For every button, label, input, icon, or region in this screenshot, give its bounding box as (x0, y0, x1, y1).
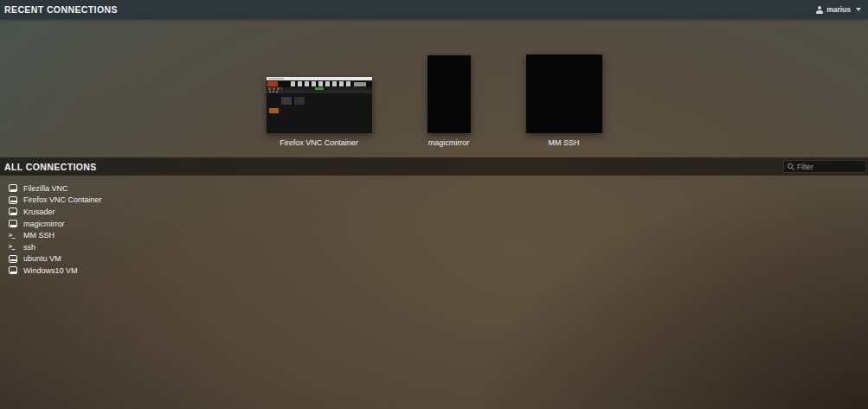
connection-name: Filezilla VNC (23, 184, 68, 193)
connection-list-item[interactable]: magicmirror (0, 218, 868, 230)
black-thumbnail (526, 54, 602, 133)
connection-name: MM SSH (23, 231, 55, 240)
recent-connection-label: magicmirror (428, 138, 470, 147)
recent-connection[interactable]: Firefox VNC Container (267, 77, 372, 147)
recent-connection-label: MM SSH (549, 138, 580, 147)
connection-list-item[interactable]: Windows10 VM (0, 265, 868, 277)
screenshot-thumbnail (267, 77, 372, 133)
connection-list: Filezilla VNCFirefox VNC ContainerKrusad… (0, 176, 868, 277)
all-connections-heading: ALL CONNECTIONS (4, 162, 97, 172)
recent-connections-section: Firefox VNC ContainermagicmirrorMM SSH (0, 19, 868, 157)
terminal-icon (9, 232, 17, 240)
recent-connection-label: Firefox VNC Container (280, 138, 358, 147)
user-icon (815, 6, 823, 14)
search-icon (787, 163, 794, 170)
username: marius (826, 5, 851, 14)
black-thumbnail (428, 55, 471, 133)
user-menu[interactable]: marius (815, 5, 861, 14)
monitor-icon (9, 208, 17, 215)
filter-box[interactable] (783, 160, 866, 173)
top-bar: RECENT CONNECTIONS marius (0, 0, 868, 19)
connection-list-item[interactable]: Firefox VNC Container (0, 195, 868, 207)
connection-name: Windows10 VM (23, 266, 78, 275)
recent-connections-row: Firefox VNC ContainermagicmirrorMM SSH (0, 19, 868, 147)
firefox-screenshot-thumbnail (267, 77, 372, 133)
guacamole-home: RECENT CONNECTIONS marius Firefox VNC Co… (0, 0, 868, 277)
monitor-icon (9, 184, 17, 192)
connection-list-item[interactable]: MM SSH (0, 229, 868, 241)
chevron-down-icon (856, 8, 861, 11)
connection-list-item[interactable]: Filezilla VNC (0, 182, 868, 195)
terminal-icon (9, 243, 17, 251)
monitor-icon (9, 266, 17, 274)
filter-input[interactable] (797, 163, 863, 171)
monitor-icon (9, 196, 17, 204)
connection-name: magicmirror (23, 220, 65, 228)
connection-list-item[interactable]: Krusader (0, 206, 868, 218)
recent-connection[interactable]: magicmirror (428, 55, 471, 147)
connection-name: Krusader (23, 208, 55, 216)
connection-name: Firefox VNC Container (23, 195, 102, 204)
monitor-icon (9, 255, 17, 263)
connection-list-item[interactable]: ubuntu VM (0, 253, 868, 265)
monitor-icon (9, 220, 17, 227)
recent-connections-heading: RECENT CONNECTIONS (4, 4, 118, 15)
recent-connection[interactable]: MM SSH (526, 54, 602, 147)
connection-name: ssh (23, 243, 35, 252)
all-connections-bar: ALL CONNECTIONS (0, 157, 868, 176)
connection-name: ubuntu VM (23, 254, 61, 263)
connection-list-item[interactable]: ssh (0, 241, 868, 253)
